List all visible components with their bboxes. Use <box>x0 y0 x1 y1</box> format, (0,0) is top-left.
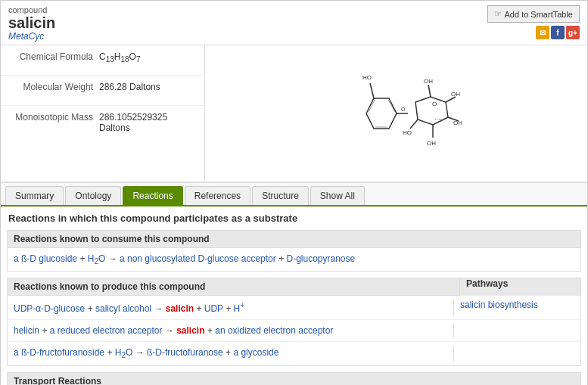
pathway-cell-2 <box>453 324 574 337</box>
monoisotopic-mass-row: Monoisotopic Mass 286.1052529325 Daltons <box>1 106 204 139</box>
salicin-biosynthesis-link[interactable]: salicin biosynthesis <box>460 300 538 310</box>
svg-text:O: O <box>401 107 406 112</box>
add-smarttable-button[interactable]: ☞ Add to SmartTable <box>487 5 580 23</box>
reactions-section-title: Reactions in which this compound partici… <box>1 206 587 230</box>
molecular-weight-row: Molecular Weight 286.28 Daltons <box>1 76 204 106</box>
compound-details-section: Chemical Formula C13H18O7 Molecular Weig… <box>1 45 587 182</box>
fructofuranose-link[interactable]: ß-D-fructofuranose <box>147 347 223 358</box>
produce-subsection: Reactions known to produce this compound… <box>7 278 581 365</box>
helicin-link[interactable]: helicin <box>14 325 39 336</box>
produce-reaction-1: UDP-α-D-glucose + salicyl alcohol → sali… <box>14 300 453 315</box>
produce-row-1: UDP-α-D-glucose + salicyl alcohol → sali… <box>8 296 580 320</box>
facebook-share-icon[interactable]: f <box>551 26 565 39</box>
molecular-weight-value: 286.28 Daltons <box>99 82 160 92</box>
hplus-link-1[interactable]: H+ <box>234 303 245 314</box>
properties-table: Chemical Formula C13H18O7 Molecular Weig… <box>1 45 205 182</box>
molecular-weight-label: Molecular Weight <box>8 82 99 92</box>
oxidized-electron-link[interactable]: an oxidized electron acceptor <box>215 325 333 336</box>
svg-text:O: O <box>432 101 437 107</box>
svg-text:OH: OH <box>427 140 436 147</box>
tab-summary[interactable]: Summary <box>5 186 64 205</box>
source-link[interactable]: MetaCyc <box>8 31 44 42</box>
svg-text:····: ···· <box>434 115 442 123</box>
consume-reaction-1: a ß-D glucoside + H2O → a non glucosylat… <box>14 252 574 267</box>
salicyl-alcohol-link[interactable]: salicyl alcohol <box>95 303 151 314</box>
monoisotopic-mass-value: 286.1052529325 Daltons <box>99 112 197 133</box>
svg-text:OH: OH <box>451 91 460 98</box>
add-smarttable-label: Add to SmartTable <box>505 10 574 19</box>
svg-line-11 <box>446 97 456 102</box>
email-share-icon[interactable]: ✉ <box>536 26 549 39</box>
compound-name-title: salicin <box>8 14 55 31</box>
produce-row-2: helicin + a reduced electron acceptor → … <box>8 320 580 342</box>
reduced-electron-link[interactable]: a reduced electron acceptor <box>50 325 163 336</box>
fructofuranoside-link[interactable]: a ß-D-fructofuranoside <box>14 347 104 358</box>
beta-d-glucoside-link[interactable]: a ß-D glucoside <box>14 253 77 264</box>
chemical-formula-row: Chemical Formula C13H18O7 <box>1 45 204 76</box>
d-glucopyranose-link[interactable]: D-glucopyranose <box>286 253 355 264</box>
svg-line-2 <box>388 100 395 112</box>
tab-ontology[interactable]: Ontology <box>65 186 121 205</box>
tab-showall[interactable]: Show All <box>310 186 365 205</box>
molecule-svg: HO O OH OH OH OH O HO <box>321 53 472 174</box>
svg-text:HO: HO <box>403 129 412 136</box>
udp-glucose-link[interactable]: UDP-α-D-glucose <box>14 303 85 314</box>
tab-reactions[interactable]: Reactions <box>123 186 182 205</box>
produce-header-row: Reactions known to produce this compound… <box>8 278 580 296</box>
produce-reaction-2: helicin + a reduced electron acceptor → … <box>14 324 453 337</box>
svg-text:OH: OH <box>453 120 462 126</box>
smarttable-arrow-icon: ☞ <box>494 9 502 19</box>
chemical-formula-value: C13H18O7 <box>99 51 141 64</box>
social-icons-group: ✉ f g+ <box>487 26 580 39</box>
pathways-header: Pathways <box>459 278 580 296</box>
udp-link[interactable]: UDP <box>204 303 223 314</box>
reactions-content: Reactions in which this compound partici… <box>1 206 587 385</box>
glycoside-link[interactable]: a glycoside <box>233 347 278 358</box>
svg-marker-0 <box>366 98 397 129</box>
consume-subsection: Reactions known to consume this compound… <box>7 230 581 272</box>
page-header: compound salicin MetaCyc ☞ Add to SmartT… <box>1 1 587 45</box>
chemical-formula-label: Chemical Formula <box>8 51 99 62</box>
produce-row-3: a ß-D-fructofuranoside + H2O → ß-D-fruct… <box>8 342 580 365</box>
molecule-diagram: HO O OH OH OH OH O HO <box>205 45 587 182</box>
produce-header: Reactions known to produce this compound <box>8 278 459 296</box>
tab-references[interactable]: References <box>185 186 250 205</box>
tab-structure[interactable]: Structure <box>252 186 309 205</box>
gplus-share-icon[interactable]: g+ <box>566 26 580 39</box>
salicin-product-1[interactable]: salicin <box>166 303 194 314</box>
consume-header: Reactions known to consume this compound <box>8 231 580 248</box>
salicin-product-2[interactable]: salicin <box>176 325 204 336</box>
h2o-link-1[interactable]: H2O <box>88 253 106 264</box>
svg-line-4 <box>370 83 374 98</box>
svg-line-9 <box>428 85 431 97</box>
pathway-cell-1: salicin biosynthesis <box>453 300 574 315</box>
svg-line-18 <box>410 120 418 129</box>
svg-text:OH: OH <box>424 78 433 85</box>
compound-info: compound salicin MetaCyc <box>8 5 55 42</box>
transport-subsection: Transport Reactions salicin[extracellula… <box>7 372 581 385</box>
svg-text:HO: HO <box>362 74 372 81</box>
header-actions: ☞ Add to SmartTable ✉ f g+ <box>487 5 580 39</box>
pathway-cell-3 <box>453 346 574 361</box>
transport-header: Transport Reactions <box>8 373 580 385</box>
compound-type-label: compound <box>8 5 55 14</box>
tab-bar: Summary Ontology Reactions References St… <box>1 182 587 206</box>
produce-reaction-3: a ß-D-fructofuranoside + H2O → ß-D-fruct… <box>14 346 453 361</box>
h2o-link-2[interactable]: H2O <box>115 347 133 358</box>
monoisotopic-mass-label: Monoisotopic Mass <box>8 112 99 123</box>
non-glucosylated-link[interactable]: a non glucosylated D-glucose acceptor <box>120 253 276 264</box>
consume-row-1: a ß-D glucoside + H2O → a non glucosylat… <box>8 248 580 271</box>
